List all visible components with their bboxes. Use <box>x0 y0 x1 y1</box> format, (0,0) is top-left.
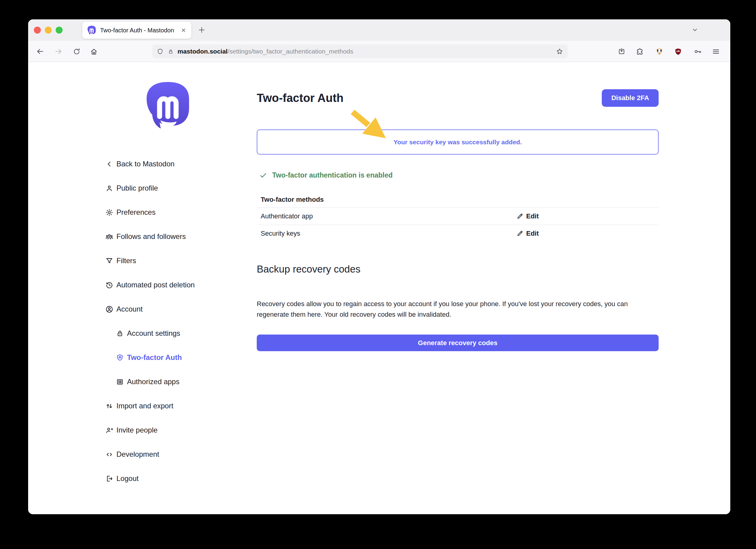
sidebar-item-two-factor-auth[interactable]: Two-factor Auth <box>105 345 254 370</box>
two-factor-auth-panel: Two-factor Auth Disable 2FA Your securit… <box>257 62 659 514</box>
zoom-window-button[interactable] <box>56 27 63 34</box>
url-bar[interactable]: mastodon.social/settings/two_factor_auth… <box>152 44 568 58</box>
edit-authenticator-app-link[interactable]: Edit <box>516 212 539 220</box>
page-content: Back to Mastodon Public profile Preferen… <box>28 62 730 514</box>
sidebar-item-label: Account settings <box>127 329 180 338</box>
sidebar-item-authorized-apps[interactable]: Authorized apps <box>105 370 254 394</box>
browser-tab[interactable]: Two-factor Auth - Mastodon <box>82 22 191 39</box>
sidebar-item-follows-and-followers[interactable]: Follows and followers <box>105 224 254 249</box>
gear-icon <box>105 208 113 217</box>
mastodon-favicon-icon <box>87 25 96 35</box>
sidebar-item-label: Automated post deletion <box>116 281 195 289</box>
browser-window: Two-factor Auth - Mastodon mastodon.soci… <box>28 19 730 514</box>
edit-security-keys-link[interactable]: Edit <box>516 230 539 237</box>
disable-2fa-button[interactable]: Disable 2FA <box>602 89 659 107</box>
person-circle-icon <box>105 305 113 313</box>
sidebar-item-label: Invite people <box>116 426 158 434</box>
backup-recovery-codes-title: Backup recovery codes <box>257 263 360 275</box>
person-plus-icon <box>105 426 113 434</box>
pencil-icon <box>516 213 523 220</box>
ublock-origin-button[interactable]: ub <box>673 46 683 57</box>
traffic-lights <box>34 27 63 34</box>
history-clock-icon <box>105 281 113 289</box>
mastodon-logo <box>144 80 191 131</box>
bookmark-star-icon[interactable] <box>556 48 563 55</box>
edit-label: Edit <box>526 212 539 220</box>
edit-label: Edit <box>526 230 539 237</box>
shield-icon <box>116 354 124 362</box>
sidebar-item-label: Two-factor Auth <box>127 353 182 362</box>
privacy-badger-icon <box>655 47 663 56</box>
back-arrow-icon <box>36 47 44 56</box>
reload-icon <box>73 47 81 56</box>
padlock-icon <box>116 329 124 338</box>
new-tab-plus-icon[interactable] <box>197 26 206 34</box>
app-menu-button[interactable] <box>710 46 721 57</box>
methods-table-header: Two-factor methods <box>257 191 659 208</box>
sidebar-item-filters[interactable]: Filters <box>105 249 254 273</box>
sidebar-item-account[interactable]: Account <box>105 297 254 321</box>
navigation-toolbar: mastodon.social/settings/two_factor_auth… <box>28 41 730 62</box>
home-icon <box>90 47 98 56</box>
import-export-arrows-icon <box>105 402 113 410</box>
tab-title: Two-factor Auth - Mastodon <box>100 27 178 34</box>
shield-permissions-icon[interactable] <box>157 48 164 55</box>
logout-icon <box>105 475 113 483</box>
tab-close-icon[interactable] <box>181 27 187 33</box>
passwords-key-icon <box>694 47 702 56</box>
url-domain: mastodon.social <box>178 48 228 55</box>
reload-button[interactable] <box>71 46 82 57</box>
check-icon <box>259 171 267 179</box>
sidebar-item-automated-post-deletion[interactable]: Automated post deletion <box>105 273 254 297</box>
panel-header: Two-factor Auth Disable 2FA <box>257 86 659 110</box>
passwords-button[interactable] <box>692 46 703 57</box>
sidebar-item-invite-people[interactable]: Invite people <box>105 418 254 442</box>
extensions-button[interactable] <box>634 46 645 57</box>
home-button[interactable] <box>88 46 99 57</box>
sidebar-item-label: Logout <box>116 474 138 483</box>
code-brackets-icon <box>105 450 113 459</box>
table-row-authenticator-app: Authenticator app Edit <box>257 208 659 225</box>
pencil-icon <box>516 230 523 237</box>
sidebar-item-preferences[interactable]: Preferences <box>105 200 254 224</box>
sidebar-item-label: Import and export <box>116 402 173 410</box>
settings-sidebar: Back to Mastodon Public profile Preferen… <box>28 62 257 514</box>
sidebar-item-public-profile[interactable]: Public profile <box>105 176 254 200</box>
person-icon <box>105 184 113 192</box>
tab-bar: Two-factor Auth - Mastodon <box>28 19 730 41</box>
generate-recovery-codes-button[interactable]: Generate recovery codes <box>257 335 659 351</box>
save-page-icon <box>618 47 626 56</box>
save-page-button[interactable] <box>616 46 627 57</box>
privacy-badger-button[interactable] <box>654 46 665 57</box>
people-group-icon <box>105 233 113 241</box>
screenshot-background: { "browser": { "tab_title": "Two-factor … <box>0 0 756 549</box>
lock-icon[interactable] <box>168 48 174 55</box>
sidebar-item-label: Public profile <box>116 184 158 192</box>
sidebar-item-account-settings[interactable]: Account settings <box>105 321 254 345</box>
two-factor-methods-table: Two-factor methods Authenticator app Edi… <box>257 191 659 242</box>
page-title: Two-factor Auth <box>257 92 344 105</box>
sidebar-item-label: Preferences <box>116 208 155 217</box>
backup-recovery-codes-description: Recovery codes allow you to regain acces… <box>257 299 653 320</box>
minimize-window-button[interactable] <box>45 27 52 34</box>
sidebar-item-import-and-export[interactable]: Import and export <box>105 394 254 418</box>
sidebar-item-back-to-mastodon[interactable]: Back to Mastodon <box>105 152 254 176</box>
forward-button[interactable] <box>53 46 64 57</box>
chevron-left-icon <box>105 160 113 168</box>
url-path: /settings/two_factor_authentication_meth… <box>228 48 354 55</box>
settings-nav: Back to Mastodon Public profile Preferen… <box>105 152 254 491</box>
url-text: mastodon.social/settings/two_factor_auth… <box>178 48 353 55</box>
tab-list-chevron-icon[interactable] <box>691 26 699 34</box>
close-window-button[interactable] <box>34 27 41 34</box>
back-button[interactable] <box>35 46 46 57</box>
sidebar-item-logout[interactable]: Logout <box>105 466 254 491</box>
method-name: Security keys <box>261 230 516 237</box>
sidebar-item-label: Filters <box>116 257 136 265</box>
status-enabled-text: Two-factor authentication is enabled <box>272 171 393 179</box>
sidebar-item-development[interactable]: Development <box>105 442 254 466</box>
ublock-origin-icon: ub <box>674 47 682 56</box>
sidebar-item-label: Follows and followers <box>116 232 186 241</box>
svg-text:ub: ub <box>676 49 680 53</box>
list-card-icon <box>116 378 124 386</box>
menu-hamburger-icon <box>712 47 720 56</box>
